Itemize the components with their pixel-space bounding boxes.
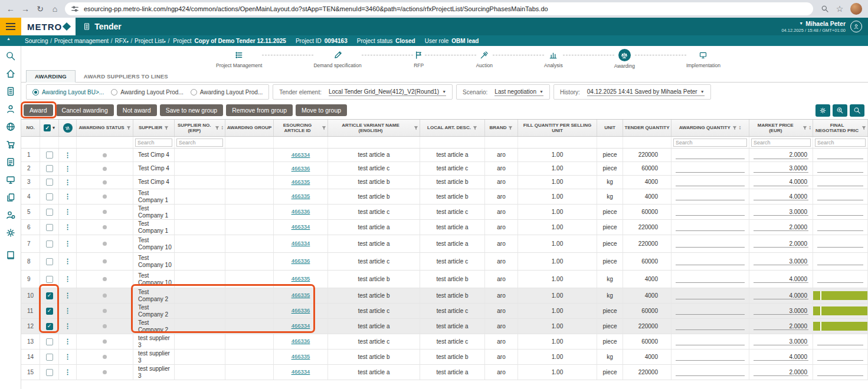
- row-menu-button[interactable]: ⋮: [64, 353, 71, 361]
- col-header-brand[interactable]: BRAND: [485, 120, 518, 136]
- row-menu-button[interactable]: ⋮: [64, 208, 71, 216]
- row-checkbox[interactable]: [46, 354, 53, 361]
- col-header-local_art_desc[interactable]: LOCAL ART. DESC.: [420, 120, 485, 136]
- row-checkbox[interactable]: [46, 338, 53, 345]
- final-price-input[interactable]: [817, 208, 863, 216]
- article-link[interactable]: 466336: [291, 338, 310, 345]
- user-avatar[interactable]: [850, 21, 862, 32]
- awarding-quantity-input[interactable]: [676, 193, 745, 200]
- search-final_price-input[interactable]: [815, 139, 866, 147]
- market-price-input[interactable]: 4.0000: [754, 275, 808, 283]
- hamburger-menu-icon[interactable]: [0, 18, 21, 35]
- row-checkbox[interactable]: [46, 179, 53, 186]
- article-link[interactable]: 466335: [291, 276, 310, 282]
- table-row[interactable]: 14⋮test supplier 3466335test article bte…: [21, 350, 868, 365]
- phase-analysis[interactable]: Analysis: [544, 49, 563, 68]
- article-link[interactable]: 466336: [291, 209, 310, 215]
- awarding-quantity-input[interactable]: [676, 292, 745, 299]
- back-icon[interactable]: ←: [6, 5, 15, 13]
- row-checkbox[interactable]: [46, 276, 53, 283]
- forward-icon[interactable]: →: [21, 5, 30, 13]
- tab-awarding[interactable]: AWARDING: [26, 70, 76, 83]
- sidebar-item-search[interactable]: [5, 51, 16, 61]
- table-row[interactable]: 6⋮Test Company 1466334test article atest…: [21, 220, 868, 235]
- row-menu-button[interactable]: ⋮: [64, 275, 71, 283]
- sort-icon[interactable]: ▲▼: [739, 126, 741, 130]
- sidebar-item-cart[interactable]: [5, 139, 16, 150]
- sidebar-item-monitor[interactable]: [5, 174, 16, 185]
- remove-from-group-button[interactable]: Remove from group: [226, 104, 293, 116]
- table-row[interactable]: 2⋮Test Cimp 4466336test article ctest ar…: [21, 162, 868, 176]
- save-to-new-group-button[interactable]: Save to new group: [160, 104, 224, 116]
- awarding-quantity-input[interactable]: [676, 322, 745, 330]
- row-checkbox[interactable]: [46, 369, 53, 376]
- table-row[interactable]: 13⋮test supplier 3466336test article cte…: [21, 334, 868, 350]
- col-header-menu[interactable]: [59, 120, 77, 136]
- awarding-quantity-input[interactable]: [676, 151, 745, 159]
- sidebar-item-copy[interactable]: [5, 192, 16, 203]
- history-select[interactable]: 04.12.2025 14:41 Saved by Mihaela Peter▼: [587, 88, 705, 96]
- reload-icon[interactable]: ↻: [35, 5, 45, 13]
- col-header-awarding_status[interactable]: AWARDING STATUS: [77, 120, 133, 136]
- row-checkbox[interactable]: [46, 151, 53, 159]
- table-row[interactable]: 12✓⋮Test Company 2466334test article ate…: [21, 319, 868, 334]
- final-price-input[interactable]: [817, 151, 863, 159]
- select-all-checkbox[interactable]: ✓: [44, 124, 51, 131]
- user-block[interactable]: ▼Mihaela Peter 04.12.2025 / 15:48 / GMT+…: [781, 20, 846, 34]
- final-price-input[interactable]: [817, 368, 863, 376]
- market-price-input[interactable]: 3.0000: [754, 258, 808, 265]
- sidebar-item-user[interactable]: [5, 104, 16, 114]
- market-price-input[interactable]: 3.0000: [754, 338, 808, 345]
- search-button[interactable]: [850, 104, 864, 117]
- sort-icon[interactable]: ▲▼: [221, 126, 224, 130]
- breadcrumb-item-project-list[interactable]: Project List: [135, 38, 163, 44]
- article-link[interactable]: 466336: [291, 308, 310, 314]
- cancel-awarding-button[interactable]: Cancel awarding: [56, 104, 114, 116]
- row-menu-button[interactable]: ⋮: [64, 292, 71, 299]
- sidebar-item-settings[interactable]: [5, 228, 16, 238]
- awarding-quantity-input[interactable]: [676, 240, 745, 248]
- awarding-quantity-input[interactable]: [676, 258, 745, 265]
- zoom-icon[interactable]: [821, 5, 829, 13]
- row-checkbox[interactable]: ✓: [46, 292, 53, 299]
- row-menu-button[interactable]: ⋮: [64, 240, 71, 248]
- breadcrumb-item-rfx[interactable]: RFX: [114, 38, 126, 44]
- awarding-quantity-input[interactable]: [676, 338, 745, 345]
- row-menu-button[interactable]: ⋮: [64, 179, 71, 186]
- col-header-awarding_quantity[interactable]: AWARDING QUANTITY▲▼: [672, 120, 749, 136]
- row-checkbox[interactable]: [46, 224, 53, 231]
- col-header-final_price[interactable]: FINAL NEGOTIATED PRIC: [813, 120, 868, 136]
- breadcrumb-item-project-management[interactable]: Project management: [54, 38, 109, 44]
- market-price-input[interactable]: 2.0000: [754, 240, 808, 248]
- award-button[interactable]: Award: [24, 104, 53, 116]
- bookmark-star-icon[interactable]: ☆: [835, 5, 844, 13]
- row-checkbox[interactable]: [46, 209, 53, 216]
- breadcrumb-item-sourcing[interactable]: Sourcing: [25, 38, 48, 44]
- table-row[interactable]: 8⋮Test Company 10466336test article ctes…: [21, 253, 868, 271]
- col-header-supplier_no[interactable]: SUPPLIER NO. (ERP)▲▼: [175, 120, 225, 136]
- settings-button[interactable]: [815, 104, 830, 117]
- article-link[interactable]: 466334: [291, 369, 310, 375]
- phase-rfp[interactable]: RFP: [413, 49, 425, 68]
- search-supplier-input[interactable]: [135, 139, 172, 147]
- sidebar-item-document[interactable]: [5, 86, 16, 97]
- sidebar-item-tasks[interactable]: [5, 157, 16, 167]
- not-award-button[interactable]: Not award: [117, 104, 157, 116]
- tab-award-suppliers-to-lines[interactable]: AWARD SUPPLIERS TO LINES: [76, 71, 176, 82]
- awarding-quantity-input[interactable]: [676, 275, 745, 283]
- table-row[interactable]: 4⋮Test Company 1466335test article btest…: [21, 189, 868, 205]
- final-price-input[interactable]: [817, 193, 863, 200]
- final-price-input[interactable]: [817, 223, 863, 231]
- table-row[interactable]: 1⋮Test Cimp 4466334test article atest ar…: [21, 149, 868, 162]
- final-price-input[interactable]: [817, 338, 863, 345]
- market-price-input[interactable]: 3.0000: [754, 208, 808, 216]
- final-price-input[interactable]: [817, 165, 863, 173]
- market-price-input[interactable]: 2.0000: [754, 151, 808, 159]
- col-header-market_price[interactable]: MARKET PRICE (EUR)▲▼: [749, 120, 813, 136]
- row-menu-button[interactable]: ⋮: [64, 322, 71, 330]
- table-row[interactable]: 7⋮Test Company 10466334test article ates…: [21, 235, 868, 253]
- phase-project-management[interactable]: Project Management: [216, 49, 262, 68]
- col-header-esourcing_article_id[interactable]: ESOURCING ARTICLE ID: [274, 120, 328, 136]
- row-checkbox[interactable]: [46, 240, 53, 248]
- search-awarding_quantity-input[interactable]: [673, 139, 747, 147]
